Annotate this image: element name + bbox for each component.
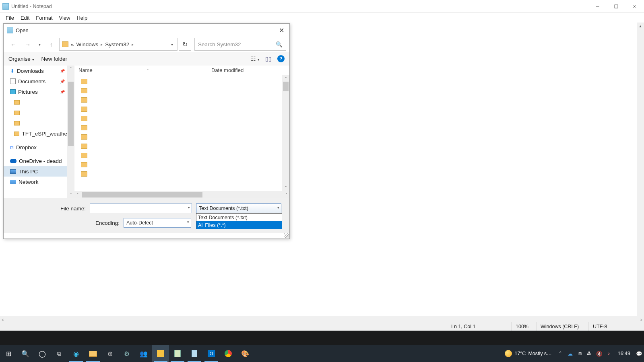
menu-edit[interactable]: Edit bbox=[17, 14, 33, 22]
chevron-down-icon[interactable]: ▾ bbox=[188, 206, 190, 210]
search-button[interactable]: 🔍 bbox=[17, 345, 34, 362]
tray-dropbox-icon[interactable]: ⧈ bbox=[575, 345, 585, 362]
nav-forward-button[interactable]: → bbox=[21, 38, 34, 51]
taskbar-app-explorer[interactable] bbox=[85, 345, 101, 362]
file-list-row[interactable] bbox=[74, 132, 282, 142]
file-type-option[interactable]: Text Documents (*.txt) bbox=[196, 214, 282, 221]
taskbar-app-browser[interactable]: ⊕ bbox=[101, 345, 118, 362]
scroll-left-icon[interactable]: < bbox=[2, 318, 4, 322]
file-list-row[interactable] bbox=[74, 77, 282, 86]
menu-file[interactable]: File bbox=[2, 14, 17, 22]
file-list-row[interactable] bbox=[74, 123, 282, 132]
cortana-button[interactable]: ◯ bbox=[34, 345, 51, 362]
taskbar-app-edge[interactable]: ◉ bbox=[68, 345, 85, 362]
nav-tree-item[interactable] bbox=[4, 118, 67, 128]
taskbar-app-notepadpp[interactable] bbox=[169, 345, 186, 362]
task-view-button[interactable]: ⧉ bbox=[51, 345, 68, 362]
navigation-tree[interactable]: ⬇Downloads📌Documents📌Pictures📌TFT_eSPI_w… bbox=[4, 66, 67, 198]
preview-pane-button[interactable]: ▯▯ bbox=[265, 56, 272, 62]
taskbar-app-settings[interactable]: ⚙ bbox=[118, 345, 135, 362]
dialog-close-button[interactable]: ✕ bbox=[273, 24, 289, 37]
file-list[interactable] bbox=[74, 75, 282, 191]
tray-volume-icon[interactable]: 🔇 bbox=[594, 345, 604, 362]
file-list-row[interactable] bbox=[74, 114, 282, 123]
scroll-right-icon[interactable]: > bbox=[640, 318, 642, 322]
scrollbar-thumb[interactable] bbox=[82, 192, 202, 197]
column-date[interactable]: Date modified bbox=[207, 67, 248, 73]
scroll-down-icon[interactable]: ˅ bbox=[282, 185, 289, 191]
nav-up-button[interactable]: ↑ bbox=[45, 38, 58, 51]
nav-tree-item[interactable]: OneDrive - deadd bbox=[4, 156, 67, 166]
maximize-button[interactable] bbox=[607, 0, 625, 13]
scrollbar-thumb[interactable] bbox=[68, 82, 74, 146]
tray-app-icon[interactable]: ♪ bbox=[604, 345, 614, 362]
list-scrollbar[interactable]: ˄ ˅ bbox=[282, 75, 289, 191]
taskbar-clock[interactable]: 16:49 bbox=[614, 351, 634, 356]
file-list-row[interactable] bbox=[74, 95, 282, 105]
nav-tree-item[interactable] bbox=[4, 107, 67, 118]
minimize-button[interactable] bbox=[588, 0, 607, 13]
encoding-dropdown[interactable]: Auto-Detect ▾ bbox=[124, 218, 191, 228]
taskbar-app-notepad[interactable] bbox=[186, 345, 203, 362]
view-mode-button[interactable]: ☷ ▾ bbox=[251, 56, 260, 62]
organise-button[interactable]: Organise ▾ bbox=[8, 56, 34, 62]
scroll-down-icon[interactable]: ˅ bbox=[67, 192, 74, 198]
address-breadcrumb[interactable]: « Windows ▸ System32 ▸ ▾ bbox=[59, 38, 178, 51]
file-list-row[interactable] bbox=[74, 160, 282, 169]
file-list-row[interactable] bbox=[74, 86, 282, 95]
file-list-row[interactable] bbox=[74, 105, 282, 114]
column-name[interactable]: Name ˄ bbox=[74, 67, 207, 73]
file-list-row[interactable] bbox=[74, 142, 282, 151]
scroll-left-icon[interactable]: ˂ bbox=[74, 193, 81, 197]
tray-onedrive-icon[interactable]: ☁ bbox=[566, 345, 575, 362]
nav-scrollbar[interactable]: ˄ ˅ bbox=[67, 66, 74, 198]
new-folder-button[interactable]: New folder bbox=[41, 56, 68, 62]
taskbar-app-outlook[interactable]: O bbox=[203, 345, 220, 362]
folder-icon bbox=[81, 125, 87, 130]
scroll-up-icon[interactable]: ▲ bbox=[637, 23, 644, 30]
menu-view[interactable]: View bbox=[56, 14, 74, 22]
scroll-up-icon[interactable]: ˄ bbox=[282, 75, 289, 82]
chevron-right-icon[interactable]: ▸ bbox=[101, 42, 103, 47]
nav-tree-item[interactable]: Pictures📌 bbox=[4, 86, 67, 97]
breadcrumb-part[interactable]: System32 bbox=[105, 41, 129, 47]
nav-tree-item[interactable]: This PC bbox=[4, 166, 67, 177]
taskbar-app-paint[interactable]: 🎨 bbox=[237, 345, 254, 362]
nav-back-button[interactable]: ← bbox=[7, 38, 20, 51]
close-button[interactable] bbox=[625, 0, 644, 13]
list-horizontal-scrollbar[interactable]: ˂ ˃ bbox=[74, 191, 289, 198]
chevron-right-icon[interactable]: ▸ bbox=[132, 42, 134, 47]
nav-tree-item[interactable]: ⧈Dropbox bbox=[4, 142, 67, 152]
nav-tree-item[interactable]: Documents📌 bbox=[4, 76, 67, 86]
taskbar-app-chrome[interactable] bbox=[220, 345, 237, 362]
tray-overflow-button[interactable]: ˄ bbox=[556, 345, 566, 362]
breadcrumb-part[interactable]: Windows bbox=[76, 41, 99, 47]
scrollbar-thumb[interactable] bbox=[283, 82, 289, 91]
nav-tree-item[interactable]: TFT_eSPI_weathe bbox=[4, 128, 67, 139]
resize-grip[interactable] bbox=[284, 233, 289, 238]
search-input[interactable]: Search System32 🔍 bbox=[194, 38, 286, 51]
action-center-button[interactable]: 💬 bbox=[634, 345, 644, 362]
file-list-row[interactable] bbox=[74, 151, 282, 160]
file-type-option[interactable]: All Files (*.*) bbox=[196, 221, 282, 229]
nav-recent-dropdown[interactable]: ▾ bbox=[36, 38, 43, 51]
file-list-row[interactable] bbox=[74, 169, 282, 179]
scroll-up-icon[interactable]: ˄ bbox=[67, 66, 74, 72]
menu-help[interactable]: Help bbox=[73, 14, 91, 22]
refresh-button[interactable]: ↻ bbox=[179, 38, 191, 51]
taskbar-app-stickynotes[interactable] bbox=[152, 345, 169, 362]
filename-input[interactable]: ▾ bbox=[90, 204, 192, 213]
help-button[interactable]: ? bbox=[277, 55, 285, 62]
file-type-dropdown[interactable]: Text Documents (*.txt) ▾ Text Documents … bbox=[196, 204, 281, 213]
nav-tree-item[interactable]: Network bbox=[4, 177, 67, 187]
taskbar-app-teams[interactable]: 👥 bbox=[135, 345, 152, 362]
editor-vertical-scrollbar[interactable]: ▲ bbox=[637, 23, 644, 316]
menu-format[interactable]: Format bbox=[33, 14, 56, 22]
tray-network-icon[interactable]: 🖧 bbox=[585, 345, 594, 362]
breadcrumb-dropdown-icon[interactable]: ▾ bbox=[169, 42, 175, 47]
weather-widget[interactable]: 17°C Mostly s… bbox=[501, 350, 555, 357]
start-button[interactable]: ⊞ bbox=[0, 345, 17, 362]
nav-tree-item[interactable]: ⬇Downloads📌 bbox=[4, 66, 67, 76]
scroll-right-icon[interactable]: ˃ bbox=[283, 193, 289, 197]
nav-tree-item[interactable] bbox=[4, 97, 67, 107]
